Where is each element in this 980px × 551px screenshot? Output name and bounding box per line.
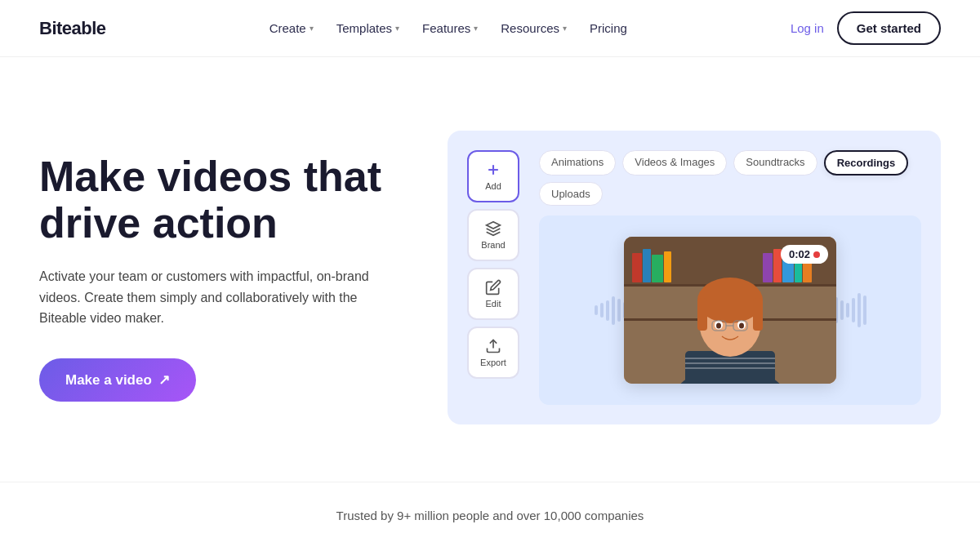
brand-icon <box>485 220 501 237</box>
chevron-down-icon: ▾ <box>474 24 478 33</box>
plus-icon <box>485 162 501 178</box>
nav-pricing[interactable]: Pricing <box>590 21 627 35</box>
tab-uploads[interactable]: Uploads <box>539 182 603 206</box>
sidebar-export-button[interactable]: Export <box>467 327 519 379</box>
recording-area: 0:02 <box>539 216 921 405</box>
svg-rect-8 <box>632 253 642 282</box>
trust-bar: Trusted by 9+ million people and over 10… <box>0 482 980 549</box>
sidebar-brand-button[interactable]: Brand <box>467 209 519 261</box>
svg-rect-7 <box>755 318 836 321</box>
svg-rect-10 <box>652 255 663 282</box>
mockup-main: Animations Videos & Images Soundtracks R… <box>539 150 921 405</box>
svg-rect-11 <box>664 251 671 282</box>
sidebar-add-button[interactable]: Add <box>467 150 519 202</box>
hero-left: Make videos that drive action Activate y… <box>39 153 399 402</box>
hero-section: Make videos that drive action Activate y… <box>0 57 980 482</box>
video-frame: 0:02 <box>624 237 836 384</box>
svg-rect-21 <box>685 367 775 369</box>
tab-videos-images[interactable]: Videos & Images <box>622 150 727 176</box>
svg-rect-9 <box>643 249 651 282</box>
nav-actions: Log in Get started <box>791 11 941 45</box>
svg-point-30 <box>739 323 744 329</box>
trust-text: Trusted by 9+ million people and over 10… <box>336 509 644 522</box>
svg-rect-6 <box>624 318 706 321</box>
hero-description: Activate your team or customers with imp… <box>39 266 399 329</box>
svg-rect-20 <box>685 362 775 364</box>
svg-rect-25 <box>697 298 707 331</box>
edit-icon <box>485 279 501 295</box>
video-timer: 0:02 <box>781 245 828 264</box>
tab-soundtracks[interactable]: Soundtracks <box>733 150 817 176</box>
svg-rect-19 <box>685 358 775 359</box>
nav-create[interactable]: Create ▾ <box>270 21 314 35</box>
navbar: Biteable Create ▾ Templates ▾ Features ▾… <box>0 0 980 57</box>
svg-rect-12 <box>763 253 773 282</box>
arrow-icon: ↗ <box>158 371 170 389</box>
make-video-button[interactable]: Make a video ↗ <box>39 358 196 402</box>
login-button[interactable]: Log in <box>791 21 824 35</box>
hero-mockup: Add Brand Edit <box>448 131 941 424</box>
chevron-down-icon: ▾ <box>395 24 399 33</box>
tab-recordings[interactable]: Recordings <box>824 150 909 176</box>
export-icon <box>485 338 501 354</box>
svg-point-29 <box>716 323 721 329</box>
recording-dot <box>813 251 820 258</box>
chevron-down-icon: ▾ <box>310 24 314 33</box>
svg-rect-26 <box>753 298 763 331</box>
sidebar-edit-button[interactable]: Edit <box>467 268 519 320</box>
logo[interactable]: Biteable <box>39 18 106 39</box>
mockup-tabs: Animations Videos & Images Soundtracks R… <box>539 150 921 206</box>
hero-title: Make videos that drive action <box>39 153 399 247</box>
nav-features[interactable]: Features ▾ <box>422 21 478 35</box>
tab-animations[interactable]: Animations <box>539 150 616 176</box>
nav-templates[interactable]: Templates ▾ <box>336 21 399 35</box>
nav-links: Create ▾ Templates ▾ Features ▾ Resource… <box>270 21 627 35</box>
get-started-button[interactable]: Get started <box>837 11 941 45</box>
nav-resources[interactable]: Resources ▾ <box>501 21 567 35</box>
mockup-sidebar: Add Brand Edit <box>467 150 526 405</box>
chevron-down-icon: ▾ <box>563 24 567 33</box>
